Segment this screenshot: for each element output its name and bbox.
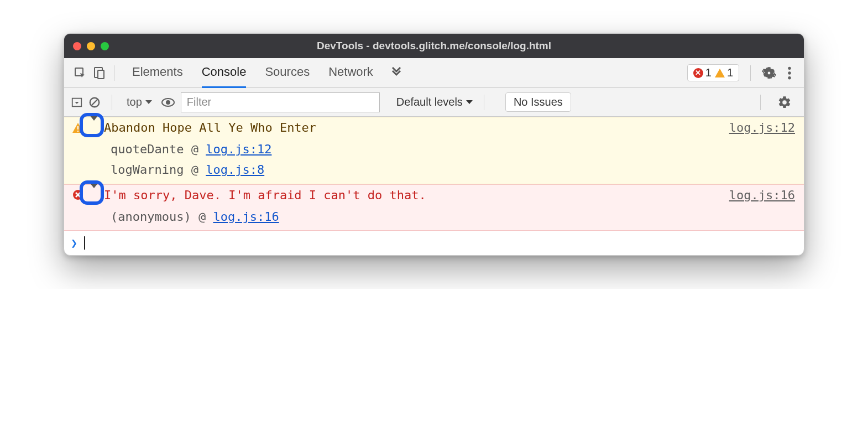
more-tabs-icon[interactable] [390, 66, 403, 80]
source-link[interactable]: log.js:12 [729, 121, 795, 134]
issues-button[interactable]: No Issues [505, 92, 571, 112]
error-count: 1 [705, 66, 712, 79]
console-sidebar-toggle-icon[interactable] [71, 96, 83, 108]
divider [112, 95, 112, 110]
chevron-down-icon [90, 183, 98, 202]
stack-frame: quoteDante @ log.js:12 [111, 139, 795, 159]
devtools-window: DevTools - devtools.glitch.me/console/lo… [64, 33, 804, 256]
svg-rect-13 [77, 131, 79, 132]
warning-count: 1 [727, 66, 733, 79]
divider [484, 95, 484, 110]
svg-point-5 [788, 71, 791, 74]
dropdown-icon [145, 100, 152, 105]
stack-fn: logWarning [111, 163, 184, 177]
svg-rect-12 [77, 126, 79, 130]
console-settings-icon[interactable] [772, 95, 797, 110]
console-prompt[interactable]: ❯ [64, 231, 804, 255]
chevron-down-icon [90, 115, 98, 134]
warning-icon [715, 69, 725, 77]
dropdown-icon [466, 100, 473, 105]
titlebar: DevTools - devtools.glitch.me/console/lo… [64, 34, 804, 58]
svg-point-11 [166, 101, 170, 104]
svg-rect-2 [98, 70, 104, 79]
window-controls [73, 42, 109, 50]
clear-console-icon[interactable] [88, 96, 101, 108]
panel-tabs: Elements Console Sources Network [132, 58, 373, 88]
log-levels-selector[interactable]: Default levels [396, 96, 473, 108]
levels-label: Default levels [396, 96, 463, 108]
tab-sources[interactable]: Sources [265, 58, 310, 88]
error-icon: ✕ [693, 68, 703, 78]
stack-frame: logWarning @ log.js:8 [111, 159, 795, 180]
svg-point-4 [788, 66, 791, 69]
prompt-chevron-icon: ❯ [71, 236, 77, 250]
message-text: Abandon Hope All Ye Who Enter [104, 121, 724, 134]
message-text: I'm sorry, Dave. I'm afraid I can't do t… [104, 188, 724, 202]
console-message-error: I'm sorry, Dave. I'm afraid I can't do t… [64, 184, 804, 231]
divider [114, 65, 114, 81]
source-link[interactable]: log.js:16 [729, 188, 795, 202]
live-expression-icon[interactable] [161, 97, 175, 107]
settings-icon[interactable] [756, 66, 782, 80]
close-window-button[interactable] [73, 42, 81, 50]
console-output: Abandon Hope All Ye Who Enter log.js:12 … [64, 117, 804, 255]
main-tabbar: Elements Console Sources Network ✕ 1 1 [64, 58, 804, 88]
stack-frame: (anonymous) @ log.js:16 [111, 206, 795, 227]
kebab-menu-icon[interactable] [782, 66, 797, 80]
tab-console[interactable]: Console [202, 58, 247, 88]
error-icon [72, 189, 84, 200]
context-selector[interactable]: top [123, 96, 155, 108]
divider [750, 65, 751, 81]
stack-trace: (anonymous) @ log.js:16 [111, 206, 795, 227]
svg-line-9 [92, 99, 98, 105]
maximize-window-button[interactable] [101, 42, 109, 50]
error-warning-badge[interactable]: ✕ 1 1 [687, 64, 739, 81]
svg-point-6 [788, 76, 791, 79]
stack-fn: (anonymous) [111, 210, 191, 224]
divider [760, 95, 761, 110]
expand-toggle[interactable] [90, 188, 98, 202]
console-message-warning: Abandon Hope All Ye Who Enter log.js:12 … [64, 117, 804, 184]
device-toolbar-icon[interactable] [90, 64, 108, 82]
console-toolbar: top Default levels No Issues [64, 88, 804, 117]
stack-link[interactable]: log.js:8 [206, 163, 264, 177]
stack-trace: quoteDante @ log.js:12 logWarning @ log.… [111, 139, 795, 180]
tab-elements[interactable]: Elements [132, 58, 183, 88]
inspect-element-icon[interactable] [71, 64, 90, 82]
tab-network[interactable]: Network [328, 58, 373, 88]
stack-link[interactable]: log.js:12 [206, 142, 271, 156]
text-cursor [84, 236, 85, 250]
window-title: DevTools - devtools.glitch.me/console/lo… [317, 40, 551, 52]
expand-toggle[interactable] [90, 121, 98, 134]
filter-input[interactable] [181, 92, 380, 112]
minimize-window-button[interactable] [87, 42, 95, 50]
warning-icon [72, 123, 84, 133]
context-label: top [127, 96, 142, 108]
stack-link[interactable]: log.js:16 [213, 210, 279, 224]
stack-fn: quoteDante [111, 142, 184, 156]
